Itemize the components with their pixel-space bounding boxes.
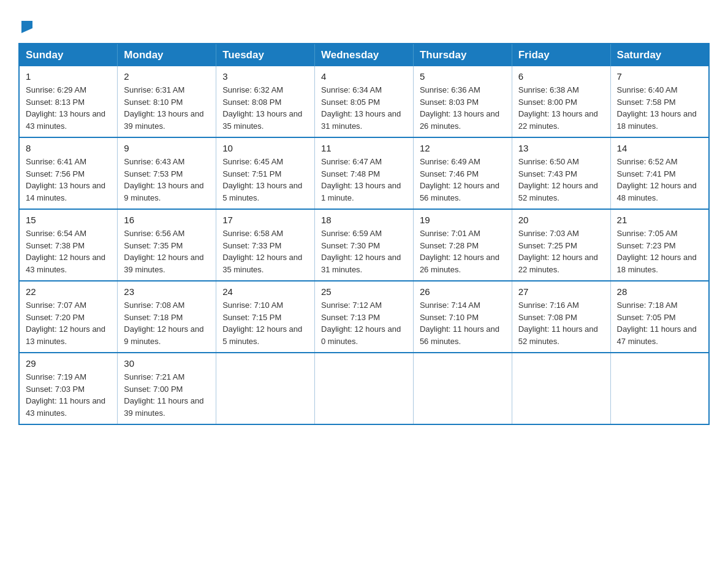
calendar-cell: 5Sunrise: 6:36 AMSunset: 8:03 PMDaylight… <box>413 66 512 137</box>
day-info: Sunrise: 7:14 AMSunset: 7:10 PMDaylight:… <box>420 299 506 347</box>
day-info: Sunrise: 6:38 AMSunset: 8:00 PMDaylight:… <box>518 84 604 132</box>
day-number: 19 <box>420 215 506 225</box>
day-number: 14 <box>617 143 702 153</box>
day-info: Sunrise: 7:16 AMSunset: 7:08 PMDaylight:… <box>518 299 604 347</box>
calendar-cell: 21Sunrise: 7:05 AMSunset: 7:23 PMDayligh… <box>610 209 709 281</box>
day-info: Sunrise: 6:36 AMSunset: 8:03 PMDaylight:… <box>420 84 506 132</box>
day-info: Sunrise: 7:18 AMSunset: 7:05 PMDaylight:… <box>617 299 702 347</box>
page-header <box>18 12 710 31</box>
day-info: Sunrise: 6:45 AMSunset: 7:51 PMDaylight:… <box>222 156 308 204</box>
day-number: 22 <box>26 286 111 297</box>
svg-marker-0 <box>21 21 32 33</box>
day-number: 10 <box>222 143 308 153</box>
calendar-cell: 17Sunrise: 6:58 AMSunset: 7:33 PMDayligh… <box>216 209 315 281</box>
day-number: 4 <box>321 71 407 82</box>
day-number: 25 <box>321 286 407 297</box>
calendar-cell: 16Sunrise: 6:56 AMSunset: 7:35 PMDayligh… <box>118 209 216 281</box>
day-info: Sunrise: 6:29 AMSunset: 8:13 PMDaylight:… <box>26 84 111 132</box>
calendar-cell: 4Sunrise: 6:34 AMSunset: 8:05 PMDaylight… <box>315 66 414 137</box>
calendar-header-row: Sunday Monday Tuesday Wednesday Thursday… <box>19 44 709 66</box>
calendar-cell: 20Sunrise: 7:03 AMSunset: 7:25 PMDayligh… <box>512 209 610 281</box>
header-saturday: Saturday <box>610 44 709 66</box>
day-info: Sunrise: 7:12 AMSunset: 7:13 PMDaylight:… <box>321 299 407 347</box>
calendar-cell: 11Sunrise: 6:47 AMSunset: 7:48 PMDayligh… <box>315 137 414 209</box>
day-info: Sunrise: 7:19 AMSunset: 7:03 PMDaylight:… <box>26 371 111 419</box>
calendar-cell: 23Sunrise: 7:08 AMSunset: 7:18 PMDayligh… <box>118 281 216 353</box>
day-info: Sunrise: 7:01 AMSunset: 7:28 PMDaylight:… <box>420 228 506 275</box>
day-info: Sunrise: 6:40 AMSunset: 7:58 PMDaylight:… <box>617 84 702 132</box>
day-number: 1 <box>26 71 111 82</box>
day-number: 18 <box>321 215 407 225</box>
day-info: Sunrise: 6:49 AMSunset: 7:46 PMDaylight:… <box>420 156 506 204</box>
calendar-cell: 15Sunrise: 6:54 AMSunset: 7:38 PMDayligh… <box>19 209 118 281</box>
day-info: Sunrise: 6:31 AMSunset: 8:10 PMDaylight:… <box>124 84 210 132</box>
day-number: 20 <box>518 215 604 225</box>
day-info: Sunrise: 6:52 AMSunset: 7:41 PMDaylight:… <box>617 156 702 204</box>
calendar-cell: 12Sunrise: 6:49 AMSunset: 7:46 PMDayligh… <box>413 137 512 209</box>
day-info: Sunrise: 7:07 AMSunset: 7:20 PMDaylight:… <box>26 299 111 347</box>
day-number: 23 <box>124 286 210 297</box>
day-info: Sunrise: 7:21 AMSunset: 7:00 PMDaylight:… <box>124 371 210 419</box>
calendar-cell: 8Sunrise: 6:41 AMSunset: 7:56 PMDaylight… <box>19 137 118 209</box>
day-number: 3 <box>222 71 308 82</box>
day-number: 21 <box>617 215 702 225</box>
calendar-cell <box>413 353 512 424</box>
calendar-week-row: 29Sunrise: 7:19 AMSunset: 7:03 PMDayligh… <box>19 353 709 424</box>
header-monday: Monday <box>118 44 216 66</box>
day-number: 29 <box>26 358 111 369</box>
calendar-cell: 13Sunrise: 6:50 AMSunset: 7:43 PMDayligh… <box>512 137 610 209</box>
day-number: 2 <box>124 71 210 82</box>
calendar-table: Sunday Monday Tuesday Wednesday Thursday… <box>18 43 710 425</box>
day-info: Sunrise: 6:58 AMSunset: 7:33 PMDaylight:… <box>222 228 308 275</box>
header-friday: Friday <box>512 44 610 66</box>
calendar-cell: 22Sunrise: 7:07 AMSunset: 7:20 PMDayligh… <box>19 281 118 353</box>
header-sunday: Sunday <box>19 44 118 66</box>
day-info: Sunrise: 7:10 AMSunset: 7:15 PMDaylight:… <box>222 299 308 347</box>
day-number: 9 <box>124 143 210 153</box>
day-info: Sunrise: 6:43 AMSunset: 7:53 PMDaylight:… <box>124 156 210 204</box>
calendar-week-row: 8Sunrise: 6:41 AMSunset: 7:56 PMDaylight… <box>19 137 709 209</box>
day-number: 7 <box>617 71 702 82</box>
day-number: 24 <box>222 286 308 297</box>
day-info: Sunrise: 6:34 AMSunset: 8:05 PMDaylight:… <box>321 84 407 132</box>
header-thursday: Thursday <box>413 44 512 66</box>
calendar-cell: 28Sunrise: 7:18 AMSunset: 7:05 PMDayligh… <box>610 281 709 353</box>
calendar-cell: 30Sunrise: 7:21 AMSunset: 7:00 PMDayligh… <box>118 353 216 424</box>
calendar-cell: 19Sunrise: 7:01 AMSunset: 7:28 PMDayligh… <box>413 209 512 281</box>
calendar-cell: 27Sunrise: 7:16 AMSunset: 7:08 PMDayligh… <box>512 281 610 353</box>
day-info: Sunrise: 7:08 AMSunset: 7:18 PMDaylight:… <box>124 299 210 347</box>
day-info: Sunrise: 7:03 AMSunset: 7:25 PMDaylight:… <box>518 228 604 275</box>
day-number: 16 <box>124 215 210 225</box>
day-number: 11 <box>321 143 407 153</box>
day-number: 5 <box>420 71 506 82</box>
day-number: 8 <box>26 143 111 153</box>
day-number: 26 <box>420 286 506 297</box>
day-number: 30 <box>124 358 210 369</box>
calendar-cell: 18Sunrise: 6:59 AMSunset: 7:30 PMDayligh… <box>315 209 414 281</box>
calendar-cell: 26Sunrise: 7:14 AMSunset: 7:10 PMDayligh… <box>413 281 512 353</box>
calendar-cell: 29Sunrise: 7:19 AMSunset: 7:03 PMDayligh… <box>19 353 118 424</box>
day-info: Sunrise: 6:50 AMSunset: 7:43 PMDaylight:… <box>518 156 604 204</box>
calendar-cell: 10Sunrise: 6:45 AMSunset: 7:51 PMDayligh… <box>216 137 315 209</box>
calendar-cell <box>610 353 709 424</box>
day-info: Sunrise: 7:05 AMSunset: 7:23 PMDaylight:… <box>617 228 702 275</box>
calendar-week-row: 15Sunrise: 6:54 AMSunset: 7:38 PMDayligh… <box>19 209 709 281</box>
calendar-cell <box>315 353 414 424</box>
day-info: Sunrise: 6:54 AMSunset: 7:38 PMDaylight:… <box>26 228 111 275</box>
day-info: Sunrise: 6:41 AMSunset: 7:56 PMDaylight:… <box>26 156 111 204</box>
day-info: Sunrise: 6:32 AMSunset: 8:08 PMDaylight:… <box>222 84 308 132</box>
day-number: 12 <box>420 143 506 153</box>
header-tuesday: Tuesday <box>216 44 315 66</box>
day-info: Sunrise: 6:56 AMSunset: 7:35 PMDaylight:… <box>124 228 210 275</box>
calendar-cell: 9Sunrise: 6:43 AMSunset: 7:53 PMDaylight… <box>118 137 216 209</box>
calendar-cell <box>512 353 610 424</box>
day-info: Sunrise: 6:59 AMSunset: 7:30 PMDaylight:… <box>321 228 407 275</box>
day-number: 28 <box>617 286 702 297</box>
calendar-cell: 24Sunrise: 7:10 AMSunset: 7:15 PMDayligh… <box>216 281 315 353</box>
day-number: 15 <box>26 215 111 225</box>
day-number: 17 <box>222 215 308 225</box>
day-info: Sunrise: 6:47 AMSunset: 7:48 PMDaylight:… <box>321 156 407 204</box>
day-number: 13 <box>518 143 604 153</box>
calendar-cell: 1Sunrise: 6:29 AMSunset: 8:13 PMDaylight… <box>19 66 118 137</box>
logo <box>18 18 34 31</box>
